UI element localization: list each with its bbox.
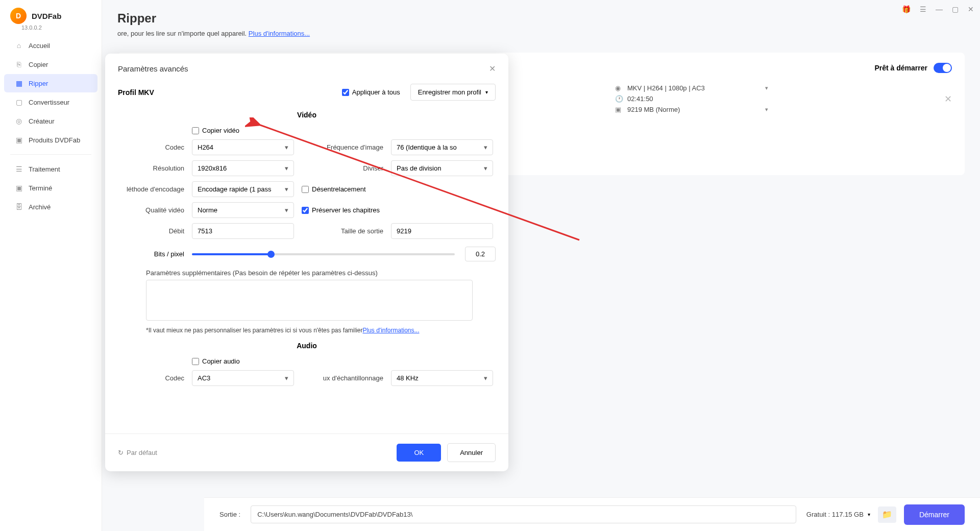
copy-audio-label: Copier audio [202, 357, 240, 365]
sidebar-item-produits[interactable]: ▣Produits DVDFab [4, 131, 97, 149]
duration-row: 🕐 02:41:50 [615, 95, 768, 103]
modal-close-icon[interactable]: ✕ [489, 64, 496, 74]
chapters-input[interactable] [302, 207, 309, 214]
resolution-select[interactable]: 1920x816 [192, 160, 294, 176]
codec-select[interactable]: H264 [192, 139, 294, 155]
copy-video-input[interactable] [192, 127, 199, 134]
deinterlace-input[interactable] [302, 186, 309, 193]
framerate-select[interactable]: 76 (Identique à la so [391, 139, 493, 155]
chapters-checkbox[interactable]: Préserver les chapitres [302, 206, 493, 214]
sidebar-item-label: Convertisseur [29, 99, 69, 106]
size-icon: ▣ [615, 106, 623, 113]
cancel-button[interactable]: Annuler [447, 443, 496, 462]
format-icon: ◉ [615, 84, 623, 92]
video-section-title: Vidéo [118, 111, 496, 119]
free-space-chevron-icon[interactable]: ▾ [868, 512, 870, 517]
copy-video-checkbox[interactable]: Copier vidéo [192, 127, 493, 134]
sidebar-item-label: Archivé [29, 203, 51, 211]
more-info-link[interactable]: Plus d'informations... [249, 30, 310, 37]
samplerate-select[interactable]: 48 KHz [391, 370, 493, 386]
convert-icon: ▢ [14, 98, 23, 107]
ready-label: Prêt à démarrer [874, 64, 927, 72]
bpp-slider[interactable] [192, 253, 455, 255]
deinterlace-checkbox[interactable]: Désentrelacement [302, 185, 493, 193]
chevron-down-icon: ▾ [765, 85, 768, 91]
gift-icon[interactable]: 🎁 [902, 5, 911, 13]
copy-audio-checkbox[interactable]: Copier audio [192, 357, 493, 365]
audio-codec-select[interactable]: AC3 [192, 370, 294, 386]
default-label: Par défaut [127, 449, 157, 456]
chapters-label: Préserver les chapitres [312, 206, 380, 214]
sidebar-item-traitement[interactable]: ☰Traitement [4, 160, 97, 178]
extra-params-input[interactable] [146, 280, 473, 321]
sidebar-item-convertisseur[interactable]: ▢Convertisseur [4, 93, 97, 111]
default-button[interactable]: ↻ Par défaut [118, 449, 157, 456]
minimize-icon[interactable]: — [936, 5, 943, 13]
format-value: MKV | H264 | 1080p | AC3 [627, 84, 705, 92]
logo-icon: D [10, 8, 27, 24]
start-button[interactable]: Démarrer [904, 504, 965, 525]
bitrate-label: Débit [118, 227, 184, 235]
modal-title: Paramètres avancés [118, 64, 188, 73]
close-icon[interactable]: ✕ [968, 5, 974, 13]
ok-button[interactable]: OK [397, 444, 441, 462]
sidebar-item-copier[interactable]: ⎘Copier [4, 55, 97, 74]
sidebar-item-accueil[interactable]: ⌂Accueil [4, 36, 97, 55]
home-icon: ⌂ [14, 41, 23, 50]
copy-audio-input[interactable] [192, 358, 199, 365]
sidebar-item-termine[interactable]: ▣Terminé [4, 179, 97, 197]
app-version: 13.0.0.2 [21, 25, 102, 36]
copy-video-label: Copier vidéo [202, 127, 239, 134]
samplerate-label: ux d'échantillonnage [302, 374, 383, 382]
bottom-bar: Sortie : C:\Users\kun.wang\Documents\DVD… [204, 497, 980, 531]
output-label: Sortie : [219, 511, 240, 518]
sidebar-item-ripper[interactable]: ▦Ripper [4, 74, 97, 92]
sidebar-item-createur[interactable]: ◎Créateur [4, 112, 97, 130]
page-description: ore, pour les lire sur n'importe quel ap… [102, 30, 980, 42]
processing-icon: ☰ [14, 164, 23, 174]
bitrate-input[interactable]: 7513 [192, 223, 294, 239]
sidebar-item-label: Créateur [29, 117, 55, 125]
output-path-input[interactable]: C:\Users\kun.wang\Documents\DVDFab\DVDFa… [251, 505, 796, 523]
encoding-select[interactable]: Encodage rapide (1 pass [192, 181, 294, 197]
desc-text: ore, pour les lire sur n'importe quel ap… [117, 30, 249, 37]
clock-icon: 🕐 [615, 95, 623, 103]
bpp-label: Bits / pixel [118, 250, 184, 258]
window-controls: 🎁 ☰ — ▢ ✕ [902, 5, 974, 13]
framerate-label: Fréquence d'image [302, 143, 383, 151]
sidebar-item-label: Terminé [29, 184, 52, 192]
reset-icon: ↻ [118, 449, 124, 456]
sidebar-item-label: Ripper [29, 80, 48, 87]
remove-task-icon[interactable]: ✕ [944, 93, 952, 105]
warn-text: *Il vaut mieux ne pas personnaliser les … [146, 327, 496, 334]
apply-all-checkbox[interactable]: Appliquer à tous [342, 88, 400, 96]
apply-all-label: Appliquer à tous [352, 88, 400, 96]
audio-codec-label: Codec [118, 374, 184, 382]
warn-message: *Il vaut mieux ne pas personnaliser les … [146, 327, 362, 334]
quality-select[interactable]: Norme [192, 202, 294, 218]
split-select[interactable]: Pas de division [391, 160, 493, 176]
outsize-input[interactable]: 9219 [391, 223, 493, 239]
apply-all-input[interactable] [342, 89, 349, 96]
free-space-label: Gratuit : 117.15 GB [806, 511, 864, 518]
copy-icon: ⎘ [14, 60, 23, 69]
bpp-value[interactable]: 0.2 [465, 247, 496, 261]
browse-folder-button[interactable]: 📁 [878, 506, 896, 523]
ready-toggle[interactable] [934, 63, 952, 73]
save-profile-label: Enregistrer mon profil [418, 88, 481, 96]
maximize-icon[interactable]: ▢ [952, 5, 959, 13]
menu-icon[interactable]: ☰ [920, 5, 926, 13]
warn-link[interactable]: Plus d'informations... [362, 327, 419, 334]
size-row[interactable]: ▣ 9219 MB (Norme) ▾ [615, 106, 768, 113]
ripper-icon: ▦ [14, 79, 23, 88]
save-profile-button[interactable]: Enregistrer mon profil ▾ [410, 84, 496, 101]
outsize-label: Taille de sortie [302, 227, 383, 235]
slider-thumb[interactable] [267, 251, 275, 258]
archive-icon: 🗄 [14, 202, 23, 211]
chevron-down-icon: ▾ [765, 106, 768, 113]
format-row[interactable]: ◉ MKV | H264 | 1080p | AC3 ▾ [615, 84, 768, 92]
sidebar-item-label: Traitement [29, 165, 60, 173]
sidebar: D DVDFab 13.0.0.2 ⌂Accueil ⎘Copier ▦Ripp… [0, 0, 102, 531]
size-value: 9219 MB (Norme) [627, 106, 680, 113]
sidebar-item-archive[interactable]: 🗄Archivé [4, 198, 97, 216]
